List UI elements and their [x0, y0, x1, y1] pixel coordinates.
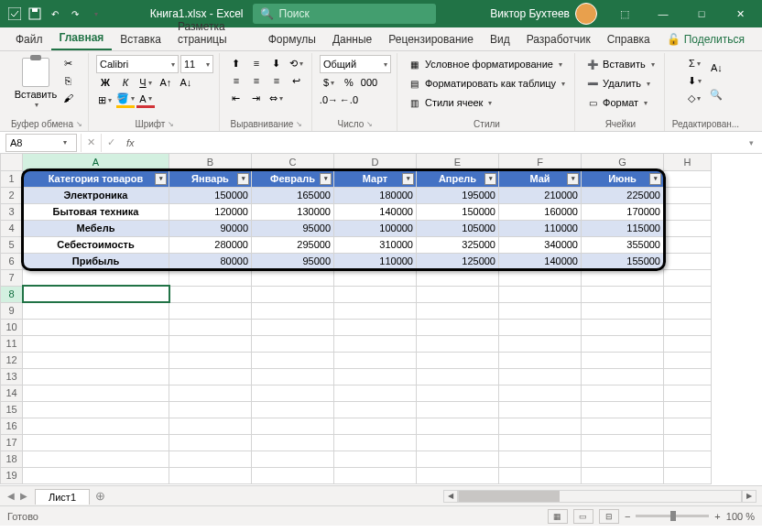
increase-decimal-button[interactable]: .0→	[320, 92, 338, 108]
cell-H5[interactable]	[664, 236, 712, 253]
tab-data[interactable]: Данные	[324, 29, 380, 50]
cell-C5[interactable]: 295000	[252, 236, 334, 253]
cell-F3[interactable]: 160000	[499, 203, 582, 220]
zoom-level[interactable]: 100 %	[726, 511, 755, 522]
cell-H17[interactable]	[664, 434, 712, 451]
page-break-view-button[interactable]: ⊟	[599, 509, 619, 524]
cell-H11[interactable]	[664, 335, 712, 352]
cell-A19[interactable]	[23, 467, 169, 483]
cell-D5[interactable]: 310000	[334, 236, 417, 253]
cell-B19[interactable]	[169, 467, 252, 483]
percent-button[interactable]: %	[340, 74, 358, 91]
cell-F4[interactable]: 110000	[499, 220, 582, 236]
cell-F19[interactable]	[499, 467, 582, 483]
number-format-combo[interactable]: ▾	[320, 55, 391, 73]
cell-E16[interactable]	[417, 418, 499, 434]
cell-E12[interactable]	[417, 352, 499, 368]
cell-B13[interactable]	[169, 368, 252, 385]
cell-C7[interactable]	[252, 269, 334, 286]
tab-file[interactable]: Файл	[7, 29, 51, 50]
cell-A17[interactable]	[23, 434, 169, 451]
font-color-button[interactable]: A▾	[136, 92, 155, 108]
currency-button[interactable]: $▾	[320, 74, 338, 91]
cell-G10[interactable]	[582, 319, 664, 335]
cell-B1[interactable]: Январь▾	[169, 170, 252, 187]
cell-H8[interactable]	[664, 286, 712, 302]
cell-F18[interactable]	[499, 451, 582, 467]
cell-F11[interactable]	[499, 335, 582, 352]
row-header-1[interactable]: 1	[1, 170, 23, 187]
filter-icon[interactable]: ▾	[155, 173, 167, 185]
column-header-E[interactable]: E	[417, 154, 499, 170]
comma-button[interactable]: 000	[360, 74, 378, 91]
cell-G15[interactable]	[582, 401, 664, 418]
cell-H1[interactable]	[664, 170, 712, 187]
cell-C19[interactable]	[252, 467, 334, 483]
cell-B5[interactable]: 280000	[169, 236, 252, 253]
cell-H7[interactable]	[664, 269, 712, 286]
fill-button[interactable]: ⬇▾	[685, 72, 703, 89]
cell-D13[interactable]	[334, 368, 417, 385]
font-size-combo[interactable]: ▾	[180, 55, 213, 73]
maximize-button[interactable]: □	[683, 0, 720, 27]
cell-H19[interactable]	[664, 467, 712, 483]
sheet-tab-1[interactable]: Лист1	[35, 489, 90, 505]
row-header-11[interactable]: 11	[1, 335, 23, 352]
filter-icon[interactable]: ▾	[484, 173, 496, 185]
cell-F14[interactable]	[499, 385, 582, 401]
close-button[interactable]: ✕	[722, 0, 758, 27]
cell-D17[interactable]	[334, 434, 417, 451]
cell-G14[interactable]	[582, 385, 664, 401]
column-header-F[interactable]: F	[499, 154, 582, 170]
cell-D4[interactable]: 100000	[334, 220, 417, 236]
column-header-A[interactable]: A	[23, 154, 169, 170]
filter-icon[interactable]: ▾	[567, 173, 579, 185]
row-header-16[interactable]: 16	[1, 418, 23, 434]
row-header-13[interactable]: 13	[1, 368, 23, 385]
filter-icon[interactable]: ▾	[402, 173, 414, 185]
cell-B6[interactable]: 80000	[169, 253, 252, 269]
cell-C18[interactable]	[252, 451, 334, 467]
tab-insert[interactable]: Вставка	[112, 29, 169, 50]
cell-B3[interactable]: 120000	[169, 203, 252, 220]
row-header-9[interactable]: 9	[1, 302, 23, 319]
cell-C6[interactable]: 95000	[252, 253, 334, 269]
cell-B18[interactable]	[169, 451, 252, 467]
cell-D11[interactable]	[334, 335, 417, 352]
cell-C11[interactable]	[252, 335, 334, 352]
decrease-font-button[interactable]: A↓	[177, 74, 195, 91]
cell-A10[interactable]	[23, 319, 169, 335]
cell-D16[interactable]	[334, 418, 417, 434]
tab-view[interactable]: Вид	[482, 29, 518, 50]
cell-H2[interactable]	[664, 187, 712, 203]
cell-F6[interactable]: 140000	[499, 253, 582, 269]
cell-G3[interactable]: 170000	[582, 203, 664, 220]
cell-B9[interactable]	[169, 302, 252, 319]
cell-E13[interactable]	[417, 368, 499, 385]
user-account[interactable]: Виктор Бухтеев	[483, 3, 604, 25]
cell-D2[interactable]: 180000	[334, 187, 417, 203]
zoom-slider[interactable]	[636, 515, 709, 517]
cell-G2[interactable]: 225000	[582, 187, 664, 203]
launcher-icon[interactable]: ↘	[168, 120, 174, 128]
cell-C12[interactable]	[252, 352, 334, 368]
cell-F15[interactable]	[499, 401, 582, 418]
select-all-corner[interactable]	[1, 154, 23, 170]
cell-E2[interactable]: 195000	[417, 187, 499, 203]
ribbon-mode-icon[interactable]: ⬚	[606, 0, 643, 27]
cell-G1[interactable]: Июнь▾	[582, 170, 664, 187]
cell-F13[interactable]	[499, 368, 582, 385]
redo-icon[interactable]: ↷	[68, 6, 82, 21]
cell-F8[interactable]	[499, 286, 582, 302]
cell-B2[interactable]: 150000	[169, 187, 252, 203]
cell-D10[interactable]	[334, 319, 417, 335]
cell-styles-button[interactable]: ▥Стили ячеек▾	[405, 93, 569, 112]
cell-D19[interactable]	[334, 467, 417, 483]
row-header-18[interactable]: 18	[1, 451, 23, 467]
clear-button[interactable]: ◇▾	[685, 90, 703, 106]
column-header-B[interactable]: B	[169, 154, 252, 170]
cell-E9[interactable]	[417, 302, 499, 319]
fx-icon[interactable]: fx	[121, 137, 140, 148]
cell-G17[interactable]	[582, 434, 664, 451]
cell-E17[interactable]	[417, 434, 499, 451]
